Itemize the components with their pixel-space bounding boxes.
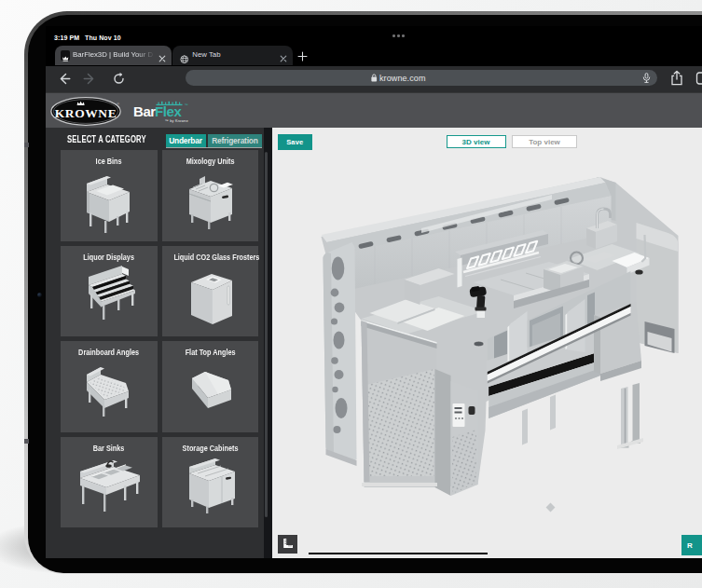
- flat-top-angles-image: [177, 360, 244, 427]
- drainboard-angles-image: [76, 360, 143, 427]
- tab-refrigeration[interactable]: Refrigeration: [208, 134, 262, 147]
- category-card-co2-glass-frosters[interactable]: Liquid CO2 Glass Frosters: [162, 246, 258, 337]
- panel-title: SELECT A CATEGORY: [67, 133, 146, 144]
- scrollbar-thumb[interactable]: [265, 152, 268, 517]
- krowne-favicon: [61, 50, 71, 61]
- krowne-reg: ®: [117, 102, 119, 105]
- address-bar[interactable]: krowne.com: [186, 70, 657, 86]
- main-content: SELECT A CATEGORY Underbar Refrigeration…: [46, 128, 702, 558]
- app-header: KROWNE ® Bar Flex ™ ™ by Krowne: [46, 92, 702, 128]
- mixology-units-image: [177, 169, 244, 236]
- measure-tool-button[interactable]: [278, 535, 297, 554]
- tab-barflex3d[interactable]: BarFlex3D | Build Your D: [55, 46, 172, 66]
- category-panel: SELECT A CATEGORY Underbar Refrigeration…: [46, 128, 264, 558]
- tab-underbar[interactable]: Underbar: [166, 134, 206, 147]
- tab-title: BarFlex3D | Build Your D: [73, 50, 157, 59]
- share-icon[interactable]: [668, 70, 684, 86]
- category-card-drainboard-angles[interactable]: Drainboard Angles: [61, 341, 157, 432]
- barflex-bar-text: Bar: [133, 103, 156, 119]
- browser-toolbar: krowne.com: [46, 66, 702, 93]
- tablet-camera: [37, 293, 42, 297]
- ice-bins-image: [76, 169, 143, 236]
- category-card-ice-bins[interactable]: Ice Bins: [61, 150, 157, 241]
- ruler-icon: [278, 535, 296, 554]
- tab-close-icon[interactable]: [279, 50, 288, 60]
- browser-tab-strip: BarFlex3D | Build Your D New Tab: [46, 43, 702, 66]
- bar-sinks-image: [73, 456, 145, 523]
- reload-icon[interactable]: [112, 72, 128, 88]
- status-time: 3:19 PM: [54, 34, 79, 41]
- krowne-logo[interactable]: KROWNE ®: [50, 97, 121, 126]
- tablet-edge-seam: [24, 143, 29, 147]
- tab-title: New Tab: [192, 50, 257, 59]
- barflex-tm: ™: [185, 103, 188, 107]
- category-card-mixology-units[interactable]: Mixology Units: [162, 150, 258, 241]
- url-display: krowne.com: [371, 73, 426, 83]
- multitasking-dots-icon[interactable]: [392, 34, 405, 37]
- bar-3d-model[interactable]: [272, 128, 702, 558]
- viewport-3d[interactable]: Save 3D view Top view: [272, 128, 702, 558]
- status-bar: 3:19 PM Thu Nov 10: [46, 26, 702, 43]
- category-card-bar-sinks[interactable]: Bar Sinks: [61, 437, 157, 528]
- status-date: Thu Nov 10: [85, 34, 121, 41]
- co2-glass-frosters-image: [177, 265, 244, 332]
- url-text: krowne.com: [379, 74, 426, 83]
- tab-close-icon[interactable]: [158, 50, 167, 60]
- tabs-underline: [166, 147, 263, 148]
- storage-cabinets-image: [177, 456, 244, 523]
- liquor-displays-image: [76, 265, 143, 332]
- page-background: 3:19 PM Thu Nov 10 BarFlex3D | Build You…: [0, 0, 702, 588]
- back-icon[interactable]: [57, 72, 73, 88]
- barflex-logo: Bar Flex ™ ™ by Krowne: [133, 100, 191, 124]
- tab-new-tab[interactable]: New Tab: [172, 46, 293, 66]
- new-tab-plus-icon[interactable]: [297, 48, 309, 60]
- dimension-line: [309, 553, 488, 555]
- category-card-flat-top-angles[interactable]: Flat Top Angles: [162, 341, 258, 432]
- category-card-liquor-displays[interactable]: Liquor Displays: [61, 246, 157, 337]
- tablet-screen: 3:19 PM Thu Nov 10 BarFlex3D | Build You…: [46, 26, 702, 558]
- tablet-edge-seam2: [24, 439, 29, 444]
- panel-scrollbar[interactable]: [264, 128, 272, 558]
- lock-icon: [371, 74, 378, 82]
- krowne-logo-text: KROWNE: [55, 105, 117, 119]
- tab-switcher-icon[interactable]: [695, 70, 702, 86]
- forward-icon[interactable]: [83, 72, 99, 88]
- request-quote-button[interactable]: R: [681, 535, 702, 555]
- globe-icon: [180, 50, 189, 60]
- category-card-storage-cabinets[interactable]: Storage Cabinets: [162, 437, 258, 528]
- barflex-subtext: ™ by Krowne: [165, 119, 188, 123]
- voice-search-icon[interactable]: [640, 71, 653, 88]
